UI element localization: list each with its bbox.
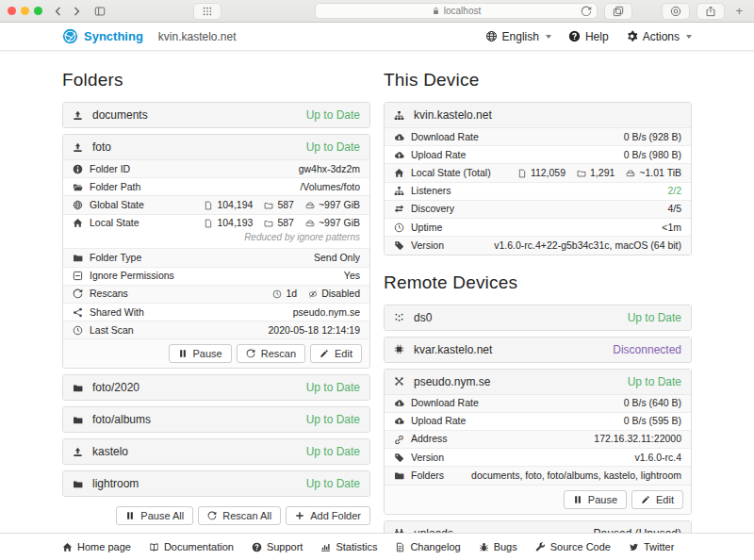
folder-header-lightroom[interactable]: lightroom Up to Date [63, 471, 369, 496]
sitemap-icon [394, 186, 404, 196]
add-folder-button[interactable]: Add Folder [286, 506, 370, 525]
minimize-window-button[interactable] [21, 7, 29, 15]
forward-button[interactable] [71, 6, 82, 17]
edit-button[interactable]: Edit [310, 344, 362, 363]
file-icon [517, 169, 527, 178]
row-folder-path: Folder Path /Volumes/foto [63, 177, 369, 195]
folder-icon [73, 383, 83, 393]
footer-support-link[interactable]: Support [252, 541, 303, 552]
twitter-icon [629, 542, 639, 552]
global-state-value: 104,194 587 ~997 GiB [204, 198, 360, 212]
folder-status: Up to Date [306, 413, 360, 426]
row-folders: Folders documents, foto, foto/albums, ka… [385, 466, 691, 484]
device-detail-table: Download Rate 0 B/s (640 B) Upload Rate … [385, 394, 691, 485]
browser-toolbar: localhost + [0, 0, 754, 23]
discovery-value: 4/5 [667, 202, 681, 216]
send-only-folder-icon [73, 110, 83, 121]
chevron-down-icon [546, 35, 551, 39]
folder-panel-lightroom: lightroom Up to Date [62, 470, 370, 497]
badge-icon [670, 6, 681, 17]
row-discovery: Discovery 4/5 [385, 200, 691, 218]
footer-changelog-link[interactable]: Changelog [395, 541, 460, 552]
book-icon [149, 542, 159, 552]
tab-overview-grid-button[interactable] [193, 3, 221, 20]
row-version: Version v1.6.0-rc.4+22-g5b34c31c, macOS … [385, 236, 691, 254]
ignore-permissions-value: Yes [344, 269, 360, 283]
edit-device-button[interactable]: Edit [631, 490, 683, 509]
footer-statistics-link[interactable]: Statistics [320, 541, 377, 552]
folder-name: foto/2020 [92, 381, 139, 394]
footer-home-link[interactable]: Home page [62, 541, 131, 552]
window-controls[interactable] [8, 7, 42, 15]
sidebar-toggle-button[interactable] [94, 6, 106, 17]
device-status: Up to Date [628, 311, 681, 324]
pencil-icon [320, 349, 329, 358]
row-listeners: Listeners 2/2 [385, 182, 691, 200]
syncthing-logo [62, 28, 78, 44]
device-header-ds0[interactable]: ds0 Up to Date [385, 305, 691, 330]
address-bar[interactable]: localhost [315, 3, 598, 19]
pause-device-button[interactable]: Pause [564, 490, 627, 509]
device-name: pseudo.nym.se [414, 375, 490, 388]
globe-icon [73, 200, 83, 210]
hdd-icon [626, 169, 635, 178]
language-menu[interactable]: English [485, 30, 551, 43]
zoom-window-button[interactable] [34, 7, 42, 15]
pause-all-folders-button[interactable]: Pause All [116, 506, 193, 525]
chevron-down-icon [686, 35, 692, 39]
close-window-button[interactable] [8, 7, 16, 15]
folder-icon [73, 253, 83, 263]
send-only-folder-icon [73, 142, 83, 153]
folder-status: Up to Date [306, 108, 360, 122]
folder-header-foto[interactable]: foto Up to Date [63, 135, 369, 159]
show-all-tabs-button[interactable] [604, 3, 632, 20]
footer-twitter-link[interactable]: Twitter [629, 541, 674, 552]
footer-source-code-link[interactable]: Source Code [535, 541, 611, 552]
folder-panel-fotoalbums: foto/albums Up to Date [62, 406, 370, 433]
folders-title: Folders [62, 70, 370, 91]
folder-panel-kastelo: kastelo Up to Date [62, 438, 370, 465]
folder-name: kastelo [92, 445, 128, 458]
rescan-all-button[interactable]: Rescan All [198, 506, 281, 525]
pause-button[interactable]: Pause [169, 344, 232, 363]
home-icon [394, 168, 404, 178]
this-device-header[interactable]: kvin.kastelo.net [385, 103, 691, 127]
folder-name: foto/albums [92, 413, 151, 426]
footer-bugs-link[interactable]: Bugs [479, 541, 517, 552]
folder-header-fotoalbums[interactable]: foto/albums Up to Date [63, 407, 369, 432]
device-panel-pseudo: pseudo.nym.se Up to Date Download Rate 0… [384, 369, 692, 515]
new-tab-button[interactable]: + [731, 4, 746, 18]
grid-icon [202, 6, 213, 17]
device-panel-ds0: ds0 Up to Date [384, 305, 692, 331]
folder-status: Up to Date [306, 445, 360, 458]
footer-documentation-link[interactable]: Documentation [149, 541, 234, 552]
refresh-icon [207, 511, 217, 520]
privacy-report-button[interactable] [662, 3, 690, 20]
folder-header-documents[interactable]: documents Up to Date [63, 103, 369, 127]
row-upload-rate: Upload Rate 0 B/s (980 B) [385, 145, 691, 163]
this-device-table: Download Rate 0 B/s (928 B) Upload Rate … [385, 127, 691, 255]
tag-icon [394, 453, 404, 463]
this-device-title: This Device [384, 70, 692, 91]
device-chip-icon [394, 344, 404, 354]
device-status: Disconnected [613, 343, 681, 356]
reload-button[interactable] [581, 6, 592, 17]
rescan-button[interactable]: Rescan [237, 344, 305, 363]
device-header-pseudo[interactable]: pseudo.nym.se Up to Date [385, 370, 691, 394]
device-dots-icon [394, 312, 404, 322]
row-last-scan: Last Scan 2020-05-18 12:14:19 [63, 321, 369, 338]
folder-icon [394, 470, 404, 481]
folder-header-kastelo[interactable]: kastelo Up to Date [63, 439, 369, 464]
clock-icon [73, 325, 83, 336]
listeners-value: 2/2 [667, 184, 681, 198]
pencil-icon [641, 495, 650, 504]
help-link[interactable]: Help [568, 30, 609, 43]
device-header-kvar[interactable]: kvar.kastelo.net Disconnected [385, 338, 691, 362]
share-button[interactable] [697, 3, 725, 20]
actions-label: Actions [643, 30, 680, 43]
link-icon [394, 435, 404, 445]
folder-header-foto2020[interactable]: foto/2020 Up to Date [63, 375, 369, 400]
actions-menu[interactable]: Actions [626, 30, 692, 43]
folder-status: Up to Date [306, 477, 360, 490]
back-button[interactable] [53, 6, 64, 17]
